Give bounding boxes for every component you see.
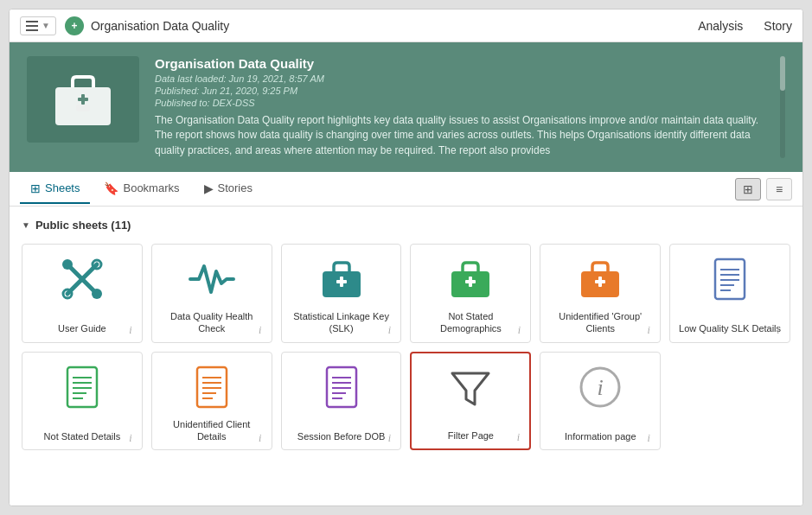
header-meta-0: Data last loaded: Jun 19, 2021, 8:57 AM — [155, 73, 773, 84]
sheet-icon-slk — [316, 253, 368, 305]
info-button-not-stated-details[interactable]: i — [125, 432, 137, 444]
sheet-label-not-stated-details: Not Stated Details — [44, 418, 121, 443]
tab-bookmarks[interactable]: 🔖 Bookmarks — [93, 175, 189, 204]
app-window: ▼ + Organisation Data Quality Analysis S… — [9, 9, 803, 506]
app-header: Organisation Data Quality Data last load… — [10, 42, 802, 172]
chevron-down-icon: ▼ — [22, 220, 30, 230]
svg-rect-2 — [81, 94, 85, 105]
public-sheets-header[interactable]: ▼ Public sheets (11) — [22, 219, 790, 232]
sheet-icon-information-page: i — [574, 361, 626, 413]
header-meta-1: Published: Jun 21, 2020, 9:25 PM — [155, 86, 773, 96]
header-scroll-thumb — [780, 56, 785, 91]
sheet-label-health-check: Data Quality Health Check — [159, 310, 265, 335]
public-sheets-label: Public sheets (11) — [35, 219, 131, 232]
app-icon: + — [65, 16, 84, 35]
tab-sheets[interactable]: ⊞ Sheets — [20, 175, 90, 204]
sheet-card-group-clients[interactable]: Unidentified 'Group' Clients i — [540, 244, 661, 343]
sheet-icon-not-stated-details — [56, 361, 108, 413]
grid-view-button[interactable]: ⊞ — [735, 178, 761, 200]
sheets-grid: User Guide i Data Quality Health Check i — [22, 244, 790, 450]
info-button-group-clients[interactable]: i — [643, 325, 655, 337]
tab-stories-label: Stories — [218, 181, 253, 194]
tab-stories[interactable]: ▶ Stories — [194, 175, 263, 204]
bookmarks-icon: 🔖 — [104, 181, 118, 195]
header-text-area: Organisation Data Quality Data last load… — [155, 56, 773, 158]
tab-sheets-label: Sheets — [45, 181, 80, 194]
sheet-card-low-quality-slk[interactable]: Low Quality SLK Details i — [669, 244, 790, 343]
sheet-icon-health-check — [186, 253, 238, 305]
svg-rect-18 — [598, 277, 602, 287]
sheets-icon: ⊞ — [30, 181, 41, 195]
info-button-not-stated-demo[interactable]: i — [513, 325, 525, 337]
sheet-icon-unidentified-client — [186, 361, 238, 413]
svg-rect-15 — [469, 277, 472, 287]
tabs-bar: ⊞ Sheets 🔖 Bookmarks ▶ Stories ⊞ ≡ — [10, 172, 802, 207]
app-header-icon-box — [27, 56, 139, 143]
sheet-card-not-stated-details[interactable]: Not Stated Details i — [22, 352, 143, 451]
info-button-user-guide[interactable]: i — [125, 325, 137, 337]
sheet-label-filter-page: Filter Page — [448, 419, 494, 442]
sheet-label-unidentified-client: Unidentified Client Details — [159, 418, 265, 443]
nav-analysis-link[interactable]: Analysis — [698, 16, 743, 36]
svg-point-7 — [92, 289, 102, 299]
view-toggle: ⊞ ≡ — [735, 178, 792, 200]
sheet-label-user-guide: User Guide — [58, 310, 106, 335]
sheet-icon-not-stated-demo — [444, 253, 496, 305]
sheet-card-session-before-dob[interactable]: Session Before DOB i — [281, 352, 402, 451]
info-button-unidentified-client[interactable]: i — [254, 432, 266, 444]
sheet-icon-user-guide — [56, 253, 108, 305]
sheet-card-information-page[interactable]: i Information page i — [540, 352, 661, 451]
info-button-health-check[interactable]: i — [254, 325, 266, 337]
nav-dropdown-arrow: ▼ — [42, 21, 50, 30]
svg-point-6 — [62, 259, 73, 270]
sheet-icon-low-quality-slk — [704, 253, 756, 305]
header-meta-2: Published to: DEX-DSS — [155, 98, 773, 108]
sheet-card-not-stated-demo[interactable]: Not Stated Demographics i — [410, 244, 531, 343]
info-button-low-quality-slk[interactable]: i — [772, 325, 784, 337]
sheet-card-user-guide[interactable]: User Guide i — [22, 244, 143, 343]
sheet-label-information-page: Information page — [565, 418, 636, 443]
info-button-filter-page[interactable]: i — [512, 431, 524, 443]
list-view-button[interactable]: ≡ — [766, 178, 792, 200]
sheet-label-session-before-dob: Session Before DOB — [297, 418, 386, 443]
sheet-card-unidentified-client[interactable]: Unidentified Client Details i — [151, 352, 272, 451]
header-description: The Organisation Data Quality report hig… — [155, 113, 773, 158]
nav-links: Analysis Story — [698, 16, 792, 36]
nav-app-title: Organisation Data Quality — [91, 19, 698, 33]
sheet-card-health-check[interactable]: Data Quality Health Check i — [151, 244, 272, 343]
briefcase-main-icon — [48, 65, 118, 134]
tab-bookmarks-label: Bookmarks — [123, 181, 179, 194]
sheet-icon-session-before-dob — [316, 361, 368, 413]
sheet-label-slk: Statistical Linkage Key (SLK) — [289, 310, 394, 335]
sheet-label-low-quality-slk: Low Quality SLK Details — [679, 310, 781, 335]
top-nav: ▼ + Organisation Data Quality Analysis S… — [10, 10, 802, 42]
svg-rect-3 — [76, 105, 90, 111]
stories-icon: ▶ — [204, 181, 214, 195]
hamburger-icon — [26, 21, 38, 31]
info-button-information-page[interactable]: i — [643, 432, 655, 444]
sheet-label-not-stated-demo: Not Stated Demographics — [418, 310, 523, 335]
info-button-session-before-dob[interactable]: i — [383, 432, 395, 444]
svg-text:i: i — [598, 375, 604, 400]
svg-rect-12 — [340, 277, 343, 287]
hamburger-button[interactable]: ▼ — [20, 16, 56, 35]
main-content: ▼ Public sheets (11) User Gui — [10, 207, 802, 505]
sheet-icon-group-clients — [574, 253, 626, 305]
nav-story-link[interactable]: Story — [764, 16, 792, 36]
svg-marker-43 — [452, 373, 489, 404]
sheet-card-slk[interactable]: Statistical Linkage Key (SLK) i — [281, 244, 402, 343]
header-scroll[interactable] — [780, 56, 785, 158]
header-app-title: Organisation Data Quality — [155, 56, 773, 71]
sheet-label-group-clients: Unidentified 'Group' Clients — [547, 310, 653, 335]
sheet-card-filter-page[interactable]: Filter Page i — [410, 352, 531, 451]
sheet-icon-filter-page — [444, 362, 496, 414]
